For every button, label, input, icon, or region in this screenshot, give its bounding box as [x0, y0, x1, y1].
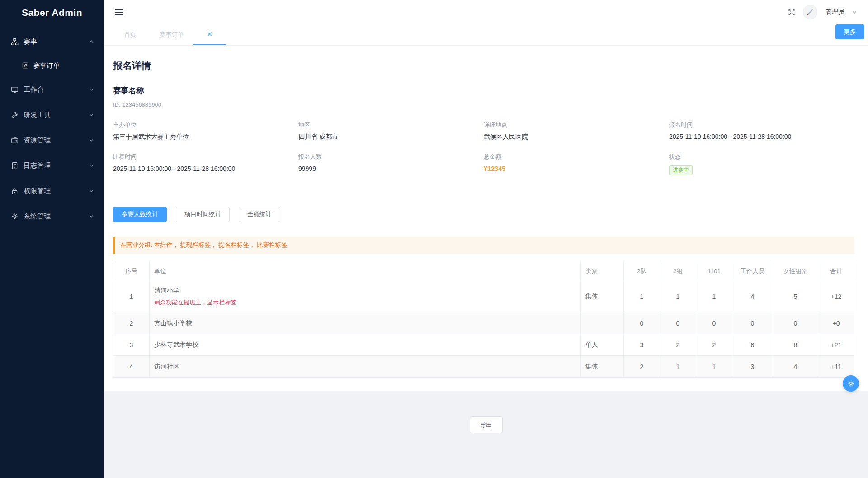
sidebar-item-label: 赛事订单 — [33, 62, 60, 70]
cell-index: 3 — [113, 334, 150, 356]
stats-table: 序号 单位 类别 2队 2组 1101 工作人员 女性组别 合计 — [113, 261, 854, 378]
cell-value: 3 — [624, 334, 660, 356]
col-header-2zu: 2组 — [660, 261, 696, 281]
app-root: Saber Admin 赛事 赛事订单 工作台 研发工具 — [0, 0, 868, 478]
cell-value: 1 — [624, 281, 660, 312]
app-logo: Saber Admin — [0, 0, 104, 25]
unit-note: 剩余功能在提现上，显示栏标签 — [154, 298, 576, 307]
sidebar-item-label: 资源管理 — [24, 136, 89, 145]
settings-fab[interactable] — [843, 375, 859, 392]
chevron-up-icon — [89, 39, 94, 44]
lock-icon — [11, 187, 19, 195]
field-value: 99999 — [298, 165, 484, 172]
stat-tab-amount[interactable]: 全额统计 — [239, 207, 280, 222]
col-header-staff: 工作人员 — [732, 261, 773, 281]
col-header-female-group: 女性组别 — [773, 261, 818, 281]
fullscreen-icon — [788, 8, 796, 16]
chevron-down-icon — [89, 188, 94, 194]
cell-index: 2 — [113, 312, 150, 334]
more-button[interactable]: 更多 — [835, 24, 864, 39]
sidebar-item-resources[interactable]: 资源管理 — [0, 128, 104, 153]
stat-tab-schedule[interactable]: 项目时间统计 — [176, 207, 230, 222]
table-row[interactable]: 1 清河小学 剩余功能在提现上，显示栏标签 集体 1 1 1 4 5 +12 — [113, 281, 854, 312]
cell-value: 0 — [732, 312, 773, 334]
table-row[interactable]: 3 少林寺武术学校 单人 3 2 2 6 8 +21 — [113, 334, 854, 356]
field-value-amount: ¥12345 — [484, 165, 669, 172]
sidebar-item-events[interactable]: 赛事 — [0, 29, 104, 54]
cell-value: 2 — [696, 334, 732, 356]
collapse-menu-button[interactable] — [115, 9, 124, 16]
monitor-icon — [11, 86, 19, 94]
cell-total: +11 — [818, 356, 854, 378]
cell-unit: 少林寺武术学校 — [150, 334, 581, 356]
field-location: 详细地点 武侯区人民医院 — [484, 121, 669, 141]
gear-icon — [11, 213, 19, 220]
content-area: 报名详情 赛事名称 ID: 123456889900 主办单位 第三十届武术大赛… — [104, 46, 868, 478]
avatar[interactable] — [803, 5, 817, 19]
tab-event-orders[interactable]: 赛事订单 — [151, 24, 193, 45]
cell-value: 4 — [773, 356, 818, 378]
field-organizer: 主办单位 第三十届武术大赛主办单位 — [113, 121, 298, 141]
field-signup-count: 报名人数 99999 — [298, 153, 484, 175]
cell-value: 5 — [773, 281, 818, 312]
stat-tab-participants[interactable]: 参赛人数统计 — [113, 207, 167, 222]
cell-unit: 访河社区 — [150, 356, 581, 378]
main-area: 管理员 首页 赛事订单 更多 报名详情 赛事名称 ID: 12345688990… — [104, 0, 868, 478]
sidebar-item-event-orders[interactable]: 赛事订单 — [0, 54, 104, 77]
sidebar-item-label: 日志管理 — [24, 161, 89, 170]
cell-value: 0 — [660, 312, 696, 334]
sidebar-item-label: 系统管理 — [24, 212, 89, 221]
hierarchy-icon — [11, 38, 19, 46]
sidebar-item-label: 研发工具 — [24, 111, 89, 119]
sidebar-item-label: 权限管理 — [24, 187, 89, 195]
export-area: 导出 — [104, 391, 868, 433]
field-match-time: 比赛时间 2025-11-10 16:00:00 - 2025-11-28 16… — [113, 153, 298, 175]
chevron-down-icon — [89, 163, 94, 168]
cell-category: 单人 — [581, 334, 624, 356]
tab-active[interactable] — [193, 24, 226, 45]
cell-value: 4 — [732, 281, 773, 312]
sidebar-item-dev-tools[interactable]: 研发工具 — [0, 102, 104, 128]
cell-index: 1 — [113, 281, 150, 312]
cell-value: 1 — [696, 356, 732, 378]
field-value: 武侯区人民医院 — [484, 133, 669, 141]
sidebar-item-label: 工作台 — [24, 85, 89, 94]
chevron-down-icon[interactable] — [852, 9, 857, 15]
cell-index: 4 — [113, 356, 150, 378]
field-label: 比赛时间 — [113, 153, 298, 161]
chevron-down-icon — [89, 213, 94, 219]
field-label: 报名人数 — [298, 153, 484, 161]
fullscreen-button[interactable] — [788, 8, 796, 16]
field-value: 四川省 成都市 — [298, 133, 484, 141]
sidebar-item-workbench[interactable]: 工作台 — [0, 77, 104, 102]
sidebar-item-label: 赛事 — [24, 38, 89, 46]
wallet-icon — [11, 137, 19, 144]
sidebar-item-permissions[interactable]: 权限管理 — [0, 178, 104, 204]
field-label: 主办单位 — [113, 121, 298, 129]
cell-value: 1 — [696, 281, 732, 312]
table-row[interactable]: 2 方山镇小学校 0 0 0 0 0 +0 — [113, 312, 854, 334]
tab-home[interactable]: 首页 — [109, 24, 151, 45]
cell-value: 3 — [732, 356, 773, 378]
wrench-icon — [11, 111, 19, 119]
cell-value: 1 — [660, 281, 696, 312]
col-header-unit: 单位 — [150, 261, 581, 281]
topbar-right: 管理员 — [788, 5, 857, 19]
cell-value: 1 — [660, 356, 696, 378]
sidebar: Saber Admin 赛事 赛事订单 工作台 研发工具 — [0, 0, 104, 478]
chevron-down-icon — [89, 112, 94, 118]
sidebar-item-logs[interactable]: 日志管理 — [0, 153, 104, 178]
table-row[interactable]: 4 访河社区 集体 2 1 1 3 4 +11 — [113, 356, 854, 378]
document-icon — [11, 162, 19, 170]
cell-value: 6 — [732, 334, 773, 356]
field-value: 2025-11-10 16:00:00 - 2025-11-28 16:00:0… — [113, 165, 298, 172]
sidebar-item-system[interactable]: 系统管理 — [0, 204, 104, 229]
cell-category: 集体 — [581, 356, 624, 378]
tab-label: 首页 — [124, 31, 137, 39]
table-header-row: 序号 单位 类别 2队 2组 1101 工作人员 女性组别 合计 — [113, 261, 854, 281]
close-icon[interactable] — [207, 32, 212, 37]
detail-fields: 主办单位 第三十届武术大赛主办单位 地区 四川省 成都市 详细地点 武侯区人民医… — [113, 121, 854, 175]
field-label: 详细地点 — [484, 121, 669, 129]
export-button[interactable]: 导出 — [470, 416, 503, 433]
cell-value: 0 — [773, 312, 818, 334]
